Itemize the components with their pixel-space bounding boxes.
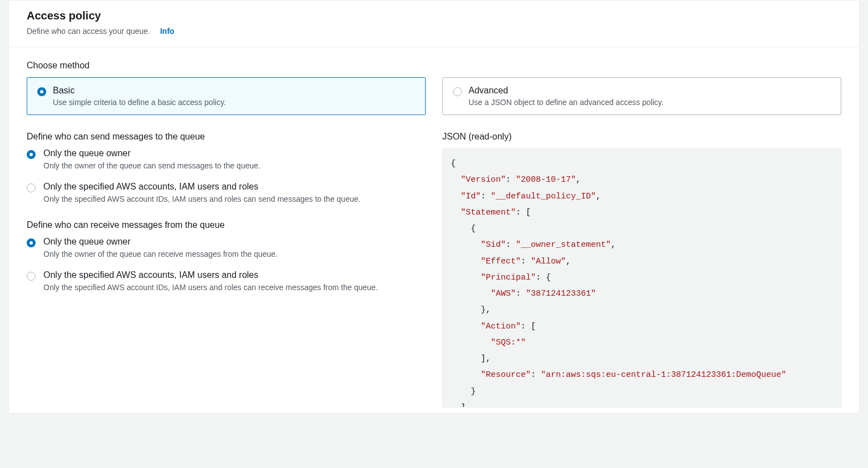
send-owner-text: Only the queue owner Only the owner of t… <box>43 148 260 172</box>
method-basic-desc: Use simple criteria to define a basic ac… <box>53 98 226 107</box>
panel-title: Access policy <box>27 9 841 22</box>
panel-description: Define who can access your queue. <box>27 27 150 36</box>
json-label: JSON (read-only) <box>442 132 841 142</box>
receive-owner-desc: Only the owner of the queue can receive … <box>43 249 278 260</box>
panel-body: Choose method Basic Use simple criteria … <box>9 47 859 413</box>
radio-receive-specified[interactable] <box>27 272 36 281</box>
method-advanced-desc: Use a JSON object to define an advanced … <box>468 98 664 107</box>
receive-specified-desc: Only the specified AWS account IDs, IAM … <box>43 282 378 293</box>
right-column: JSON (read-only) { "Version": "2008-10-1… <box>442 132 841 407</box>
receive-specified-option[interactable]: Only the specified AWS accounts, IAM use… <box>27 270 426 293</box>
receive-label: Define who can receive messages from the… <box>27 220 426 230</box>
method-advanced-card[interactable]: Advanced Use a JSON object to define an … <box>442 77 841 115</box>
left-column: Define who can send messages to the queu… <box>27 132 426 407</box>
send-specified-desc: Only the specified AWS account IDs, IAM … <box>43 194 361 205</box>
two-column-layout: Define who can send messages to the queu… <box>27 132 841 407</box>
send-label: Define who can send messages to the queu… <box>27 132 426 142</box>
radio-receive-owner[interactable] <box>27 238 36 247</box>
send-specified-text: Only the specified AWS accounts, IAM use… <box>43 182 361 205</box>
send-specified-title: Only the specified AWS accounts, IAM use… <box>43 182 361 192</box>
send-owner-option[interactable]: Only the queue owner Only the owner of t… <box>27 148 426 172</box>
method-basic-text: Basic Use simple criteria to define a ba… <box>53 86 226 107</box>
radio-send-owner[interactable] <box>27 150 36 159</box>
json-readonly-box[interactable]: { "Version": "2008-10-17", "Id": "__defa… <box>442 148 841 407</box>
receive-owner-option[interactable]: Only the queue owner Only the owner of t… <box>27 237 426 260</box>
method-basic-card[interactable]: Basic Use simple criteria to define a ba… <box>27 77 426 115</box>
send-group: Define who can send messages to the queu… <box>27 132 426 205</box>
receive-owner-text: Only the queue owner Only the owner of t… <box>43 237 278 260</box>
choose-method-label: Choose method <box>27 61 841 71</box>
method-advanced-title: Advanced <box>468 86 664 96</box>
send-specified-option[interactable]: Only the specified AWS accounts, IAM use… <box>27 182 426 205</box>
access-policy-panel: Access policy Define who can access your… <box>8 0 860 414</box>
receive-group: Define who can receive messages from the… <box>27 220 426 293</box>
receive-specified-text: Only the specified AWS accounts, IAM use… <box>43 270 378 293</box>
radio-send-specified[interactable] <box>27 183 36 192</box>
info-link[interactable]: Info <box>160 27 175 36</box>
radio-advanced[interactable] <box>453 87 462 96</box>
method-basic-title: Basic <box>53 86 226 96</box>
radio-basic[interactable] <box>37 87 46 96</box>
panel-header: Access policy Define who can access your… <box>9 1 859 47</box>
send-owner-desc: Only the owner of the queue can send mes… <box>43 161 260 172</box>
method-advanced-text: Advanced Use a JSON object to define an … <box>468 86 664 107</box>
receive-owner-title: Only the queue owner <box>43 237 278 247</box>
send-owner-title: Only the queue owner <box>43 148 260 158</box>
method-row: Basic Use simple criteria to define a ba… <box>27 77 841 115</box>
panel-desc-row: Define who can access your queue. Info <box>27 27 841 36</box>
receive-specified-title: Only the specified AWS accounts, IAM use… <box>43 270 378 280</box>
